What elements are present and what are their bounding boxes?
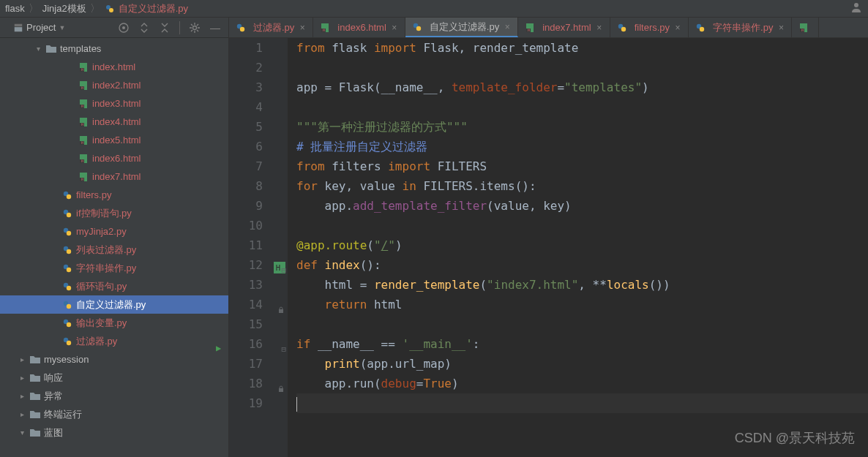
tree-item[interactable]: Hindex7.html (0, 167, 228, 186)
code-line[interactable]: @app.route("/") (296, 235, 868, 255)
user-icon[interactable] (850, 1, 862, 15)
line-number: 16 (229, 334, 263, 354)
code-line[interactable]: html = render_template("index7.html", **… (296, 275, 868, 295)
close-icon[interactable]: × (503, 22, 512, 32)
tree-item[interactable]: 输出变量.py (0, 314, 228, 332)
tree-item[interactable]: if控制语句.py (0, 204, 228, 222)
editor-tab[interactable]: 自定义过滤器.py× (405, 18, 518, 37)
tree-item[interactable]: Hindex2.html (0, 76, 228, 94)
line-number: 3 (229, 78, 263, 97)
tree-item[interactable]: ▸响应 (0, 369, 228, 387)
project-selector[interactable]: Project ▼ (9, 20, 70, 34)
code-line[interactable]: app = Flask(__name__, template_folder="t… (296, 78, 868, 97)
html-icon: H (319, 22, 331, 34)
html-icon: H (78, 98, 89, 110)
hide-icon[interactable]: — (209, 22, 221, 34)
collapse-icon[interactable] (159, 22, 171, 34)
line-number: 19 (229, 393, 263, 413)
tree-item[interactable]: ▾蓝图 (0, 423, 228, 442)
breadcrumb-item[interactable]: flask (3, 3, 27, 14)
tree-item[interactable]: ▸mysession (0, 350, 228, 369)
editor-tab[interactable]: filters.py× (610, 18, 689, 37)
svg-text:H: H (81, 122, 83, 126)
editor-tab[interactable]: 字符串操作.py× (689, 18, 792, 37)
html-icon: H (78, 153, 89, 165)
tree-item[interactable]: 过滤器.py (0, 332, 228, 350)
code-line[interactable]: # 批量注册自定义过滤器 (296, 137, 868, 156)
svg-point-30 (67, 194, 71, 198)
python-icon (61, 263, 73, 274)
chevron-down-icon: ▾ (20, 428, 29, 437)
code-line[interactable] (296, 216, 868, 235)
close-icon[interactable]: × (298, 23, 307, 33)
editor-tab[interactable]: 过滤器.py× (229, 18, 313, 37)
close-icon[interactable]: × (595, 23, 604, 33)
code-line[interactable] (296, 393, 868, 413)
code-line[interactable]: """第一种注册过滤器的方式""" (296, 117, 868, 137)
code-line[interactable] (296, 58, 868, 78)
tree-item[interactable]: Hindex.html (0, 58, 228, 76)
python-icon (61, 226, 73, 238)
svg-point-38 (67, 267, 71, 271)
svg-rect-66 (279, 309, 283, 313)
lock-icon (277, 379, 285, 399)
project-tree[interactable]: ▾templatesHindex.htmlHindex2.htmlHindex3… (0, 38, 228, 457)
code-line[interactable]: print(app.url_map) (296, 354, 868, 374)
code-line[interactable]: def index(): (296, 255, 868, 275)
tree-item[interactable]: 循环语句.py (0, 277, 228, 295)
tree-label: filters.py (76, 189, 111, 200)
python-icon (411, 21, 423, 33)
svg-text:H: H (323, 28, 325, 32)
tree-item[interactable]: ▸异常 (0, 387, 228, 405)
fold-icon[interactable]: ⊟ (281, 339, 286, 359)
code-line[interactable] (296, 97, 868, 117)
tree-item[interactable]: filters.py (0, 186, 228, 204)
tree-item[interactable]: Hindex4.html (0, 113, 228, 131)
code-line[interactable]: if __name__ == '__main__': (296, 334, 868, 354)
code-line[interactable]: app.add_template_filter(value, key) (296, 196, 868, 216)
folder-icon (45, 43, 57, 55)
code-content[interactable]: from flask import Flask, render_template… (288, 38, 868, 457)
editor-tab[interactable]: Hindex7.html× (518, 18, 610, 37)
code-line[interactable]: from flask import Flask, render_template (296, 38, 868, 58)
close-icon[interactable]: × (390, 23, 399, 33)
line-numbers: 12345678910111213141516▶171819 (229, 38, 272, 457)
fold-icon[interactable]: ⊟ (281, 260, 286, 280)
tree-item[interactable]: ▸终端运行 (0, 405, 228, 423)
chevron-right-icon: 〉 (89, 2, 102, 15)
line-number: 7 (229, 156, 263, 176)
tree-item[interactable]: 自定义过滤器.py (0, 295, 228, 314)
close-icon[interactable]: × (673, 23, 682, 33)
tree-item[interactable]: 列表过滤器.py (0, 241, 228, 259)
html-icon: H (78, 61, 89, 73)
breadcrumb: flask 〉 Jinja2模板 〉 自定义过滤器.py (0, 0, 868, 18)
tree-label: 终端运行 (44, 408, 82, 421)
python-icon (61, 317, 73, 329)
editor-tab[interactable]: H (792, 18, 819, 37)
target-icon[interactable] (118, 22, 130, 34)
code-line[interactable]: from filters import FILTERS (296, 156, 868, 176)
editor-tab[interactable]: Hindex6.html× (313, 18, 405, 37)
expand-icon[interactable] (138, 22, 150, 34)
breadcrumb-item[interactable]: 自定义过滤器.py (102, 2, 190, 15)
tree-item[interactable]: 字符串操作.py (0, 259, 228, 277)
tab-label: index7.html (542, 22, 591, 33)
svg-point-42 (67, 303, 71, 308)
code-line[interactable]: return html (296, 295, 868, 314)
tree-item[interactable]: ▾templates (0, 39, 228, 58)
tree-item[interactable]: myJinja2.py (0, 222, 228, 241)
close-icon[interactable]: × (777, 23, 785, 33)
code-line[interactable]: app.run(debug=True) (296, 374, 868, 393)
gear-icon[interactable] (189, 22, 201, 34)
html-icon: H (78, 135, 89, 146)
tree-item[interactable]: Hindex5.html (0, 131, 228, 149)
tree-item[interactable]: Hindex3.html (0, 94, 228, 113)
sidebar-header: Project ▼ — (0, 18, 228, 38)
code-area[interactable]: 12345678910111213141516▶171819 H⊟⊟ from … (229, 38, 868, 457)
run-icon[interactable]: ▶ (216, 339, 221, 358)
code-line[interactable] (296, 314, 868, 334)
tree-item[interactable]: Hindex6.html (0, 149, 228, 167)
line-number: 14 (229, 295, 263, 314)
code-line[interactable]: for key, value in FILTERS.items(): (296, 176, 868, 196)
breadcrumb-item[interactable]: Jinja2模板 (40, 2, 89, 15)
